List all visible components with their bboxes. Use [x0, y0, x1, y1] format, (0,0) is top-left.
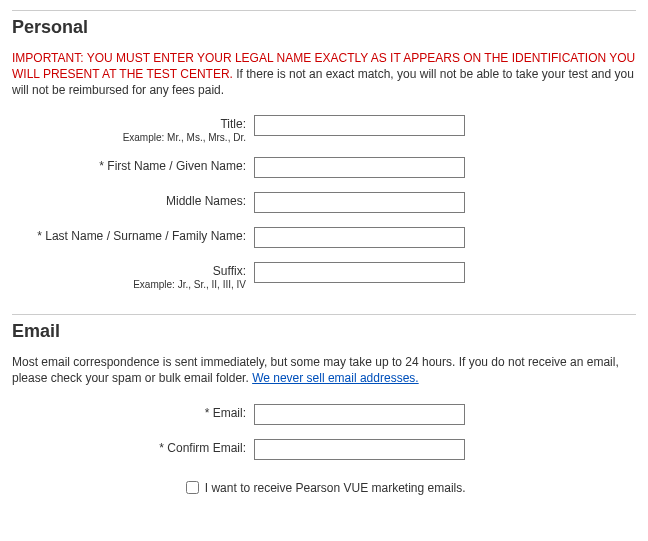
first-name-row: * First Name / Given Name:	[12, 157, 636, 178]
middle-names-input[interactable]	[254, 192, 465, 213]
confirm-email-row: * Confirm Email:	[12, 439, 636, 460]
email-label: * Email:	[205, 406, 246, 420]
last-name-label: * Last Name / Surname / Family Name:	[37, 229, 246, 243]
email-row: * Email:	[12, 404, 636, 425]
middle-names-row: Middle Names:	[12, 192, 636, 213]
last-name-input[interactable]	[254, 227, 465, 248]
email-privacy-link[interactable]: We never sell email addresses.	[252, 371, 419, 385]
last-name-row: * Last Name / Surname / Family Name:	[12, 227, 636, 248]
personal-notice: IMPORTANT: YOU MUST ENTER YOUR LEGAL NAM…	[12, 50, 636, 99]
title-input[interactable]	[254, 115, 465, 136]
email-top-divider	[12, 314, 636, 315]
suffix-label: Suffix:	[213, 264, 246, 278]
personal-heading: Personal	[12, 17, 636, 38]
email-intro: Most email correspondence is sent immedi…	[12, 354, 636, 386]
marketing-label[interactable]: I want to receive Pearson VUE marketing …	[205, 480, 466, 494]
email-input[interactable]	[254, 404, 465, 425]
personal-top-divider	[12, 10, 636, 11]
confirm-email-label: * Confirm Email:	[159, 441, 246, 455]
first-name-label: * First Name / Given Name:	[99, 159, 246, 173]
suffix-row: Suffix: Example: Jr., Sr., II, III, IV	[12, 262, 636, 290]
confirm-email-input[interactable]	[254, 439, 465, 460]
first-name-input[interactable]	[254, 157, 465, 178]
title-row: Title: Example: Mr., Ms., Mrs., Dr.	[12, 115, 636, 143]
suffix-input[interactable]	[254, 262, 465, 283]
title-hint: Example: Mr., Ms., Mrs., Dr.	[12, 132, 246, 143]
title-label: Title:	[220, 117, 246, 131]
suffix-hint: Example: Jr., Sr., II, III, IV	[12, 279, 246, 290]
marketing-row: I want to receive Pearson VUE marketing …	[12, 478, 636, 497]
marketing-checkbox[interactable]	[186, 481, 199, 494]
middle-names-label: Middle Names:	[166, 194, 246, 208]
email-heading: Email	[12, 321, 636, 342]
